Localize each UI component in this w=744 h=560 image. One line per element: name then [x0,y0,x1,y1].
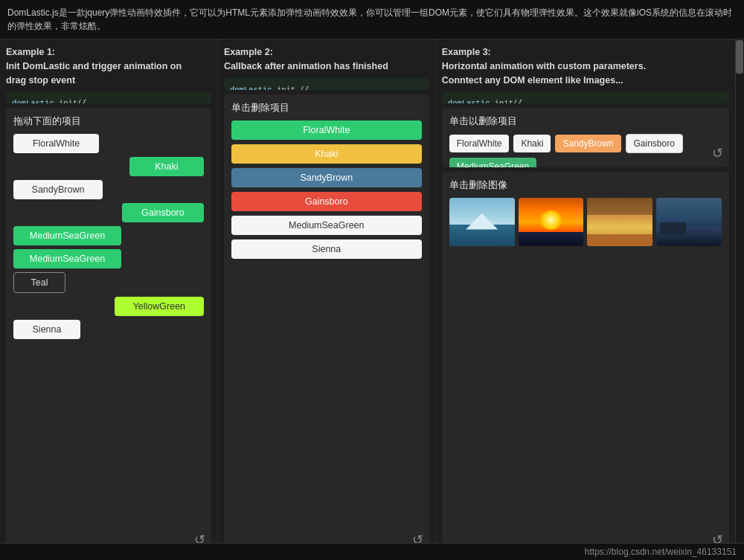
refresh-icon-col3-demo1[interactable]: ↺ [712,145,723,161]
image-landscape[interactable] [587,198,652,246]
column2-code: domLastic.init ({ itemsClassnameToConnec… [224,78,429,90]
column1-title: Example 1: Init DomLastic and trigger an… [6,45,211,87]
column3-title: Example 3: Horizontal animation with cus… [442,45,729,87]
column3-demo1-title: 单击以删除项目 [449,115,722,128]
list-item[interactable]: MediumSeaGreen [13,249,121,268]
list-item[interactable]: YellowGreen [115,297,204,316]
column2-items: FloralWhite Khaki SandyBrown Gainsboro M… [231,120,422,259]
image-rocky[interactable] [656,198,722,246]
list-item[interactable]: Gainsboro [626,134,683,153]
column3-demo2: 单击删除图像 [442,172,729,554]
list-item[interactable]: SandyBrown [231,168,422,187]
column3-horizontal-items: FloralWhite Khaki SandyBrown Gainsboro M… [449,134,722,167]
list-item[interactable]: FloralWhite [231,120,422,140]
column2-demo-title: 单击删除项目 [231,102,422,115]
list-item[interactable]: Gainsboro [231,192,422,211]
column1-code: domLastic.init({ itemsClassnameToConnect… [6,91,211,103]
column3-code: domLastic.init({ itemsClassnameToConnect… [442,91,729,103]
column1-items: FloralWhite Khaki SandyBrown Gainsboro M… [13,134,204,339]
footer: https://blog.csdn.net/weixin_46133151 [0,543,744,560]
list-item[interactable]: MediumSeaGreen [13,226,121,245]
list-item[interactable]: SandyBrown [13,180,103,199]
column1-demo: 拖动下面的项目 FloralWhite Khaki SandyBrown Gai… [6,108,211,554]
list-item[interactable]: SandyBrown [555,135,620,152]
scrollbar-thumb[interactable] [736,40,743,74]
column1-demo-title: 拖动下面的项目 [13,115,204,128]
list-item[interactable]: Sienna [13,320,80,339]
list-item[interactable]: Gainsboro [122,203,204,222]
column2-title: Example 2: Callback after animation has … [224,45,429,74]
column2-demo: 单击删除项目 FloralWhite Khaki SandyBrown Gain… [224,94,429,555]
column1-panel: Example 1: Init DomLastic and trigger an… [0,39,218,560]
header-description: DomLastic.js是一款jquery弹性动画特效插件，它可以为HTML元素… [0,0,744,39]
column3-demo2-title: 单击删除图像 [449,179,722,192]
list-item[interactable]: FloralWhite [13,134,99,153]
list-item[interactable]: Khaki [513,135,551,152]
image-grid [449,198,722,246]
column3-panel: Example 3: Horizontal animation with cus… [436,39,735,560]
image-glacier[interactable] [449,198,515,246]
scrollbar[interactable] [735,39,744,560]
list-item[interactable]: MediumSeaGreen [231,216,422,235]
list-item[interactable]: Khaki [129,157,204,176]
list-item[interactable]: Khaki [231,144,422,164]
list-item-teal[interactable]: Teal [13,272,65,293]
list-item[interactable]: MediumSeaGreen [449,158,536,167]
list-item[interactable]: Sienna [231,239,422,259]
column2-panel: Example 2: Callback after animation has … [218,39,436,560]
column3-demo1: 单击以删除项目 FloralWhite Khaki SandyBrown Gai… [442,108,729,167]
image-sunset[interactable] [519,198,584,246]
list-item[interactable]: FloralWhite [449,135,510,152]
